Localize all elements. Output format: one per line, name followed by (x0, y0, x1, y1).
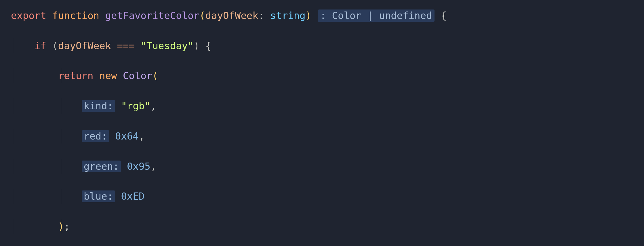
inlay-hint-param-blue: blue: (82, 190, 115, 202)
number-literal: 0x95 (127, 161, 150, 172)
inlay-hint-return-type: : Color | undefined (318, 9, 435, 22)
semicolon: ; (64, 221, 70, 232)
comma: , (150, 161, 156, 172)
code-line-6[interactable]: green: 0x95, (0, 159, 644, 174)
param-name: dayOfWeek (205, 10, 258, 21)
code-line-8[interactable]: ); (0, 219, 644, 234)
paren-open: ( (199, 10, 205, 21)
code-editor[interactable]: export function getFavoriteColor(dayOfWe… (0, 0, 644, 246)
paren-close: ) (194, 40, 199, 52)
keyword-export: export (11, 10, 46, 21)
string-literal: "rgb" (121, 100, 150, 112)
keyword-if: if (35, 40, 46, 52)
inlay-hint-param-kind: kind: (82, 100, 115, 112)
function-name: getFavoriteColor (105, 10, 200, 21)
keyword-new: new (99, 70, 117, 81)
string-literal: "Tuesday" (140, 40, 193, 52)
paren-open: ( (152, 70, 158, 81)
code-line-5[interactable]: red: 0x64, (0, 129, 644, 144)
paren-close: ) (58, 221, 64, 232)
paren-open: ( (52, 40, 58, 52)
param-type: string (270, 10, 306, 21)
comma: , (139, 130, 144, 142)
comma: , (150, 100, 156, 112)
code-line-1[interactable]: export function getFavoriteColor(dayOfWe… (0, 8, 644, 23)
class-name: Color (123, 70, 152, 81)
paren-close: ) (306, 10, 311, 21)
inlay-hint-param-red: red: (82, 130, 109, 142)
code-line-3[interactable]: return new Color( (0, 68, 644, 83)
code-line-2[interactable]: if (dayOfWeek === "Tuesday") { (0, 38, 644, 53)
inlay-hint-param-green: green: (82, 161, 121, 172)
operator-eq: === (117, 40, 135, 52)
brace-open: { (205, 40, 211, 52)
variable: dayOfWeek (58, 40, 111, 52)
code-line-7[interactable]: blue: 0xED (0, 189, 644, 204)
number-literal: 0xED (121, 190, 144, 202)
code-line-4[interactable]: kind: "rgb", (0, 98, 644, 113)
colon: : (258, 10, 264, 21)
brace-open: { (441, 10, 447, 21)
number-literal: 0x64 (115, 130, 139, 142)
keyword-return: return (58, 70, 94, 81)
keyword-function: function (52, 10, 99, 21)
